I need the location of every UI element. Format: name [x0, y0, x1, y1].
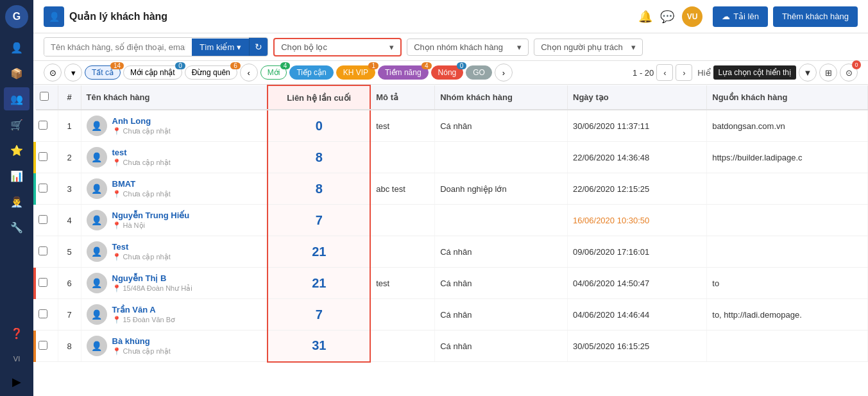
tab-tat-ca[interactable]: Tất cả 14: [85, 65, 121, 80]
tab-tiem-nang[interactable]: Tiềm năng 4: [378, 65, 429, 80]
toolbar: Tìm kiếm ▾ ↻ Chọn bộ lọc ▾ Chọn nhóm khá…: [33, 33, 868, 61]
tab-dropdown-icon[interactable]: ▾: [64, 64, 82, 82]
sidebar-item-chart[interactable]: 📊: [4, 164, 30, 187]
search-input[interactable]: [44, 39, 192, 56]
row-source: batdongsan.com.vn: [707, 110, 868, 142]
tab-settings-icon[interactable]: ⊙: [44, 64, 62, 82]
select-all-checkbox[interactable]: [40, 92, 49, 101]
customer-name[interactable]: Test: [112, 242, 171, 252]
add-customer-button[interactable]: Thêm khách hàng: [773, 6, 858, 27]
row-checkbox-cell: [35, 205, 58, 236]
row-checkbox[interactable]: [38, 152, 47, 161]
customer-name[interactable]: Anh Long: [112, 116, 171, 126]
row-source: [707, 173, 868, 205]
row-checkbox-cell: [35, 268, 58, 299]
row-stt: 6: [58, 268, 81, 299]
search-group: Tìm kiếm ▾ ↻: [44, 37, 268, 56]
person-select[interactable]: Chọn người phụ trách ▾: [534, 39, 643, 56]
sidebar-item-settings[interactable]: 🔧: [4, 216, 30, 239]
row-description: [370, 331, 434, 362]
row-group: Cá nhân: [435, 299, 568, 331]
refresh-button[interactable]: ↻: [249, 38, 268, 56]
sidebar-item-contacts[interactable]: 👥: [4, 87, 30, 110]
customer-name[interactable]: Nguyễn Thị B: [112, 273, 192, 283]
row-date: 04/06/2020 14:46:44: [568, 299, 707, 331]
row-date: 30/05/2020 16:15:25: [568, 331, 707, 362]
customer-avatar: 👤: [87, 304, 107, 325]
tab-kh-vip[interactable]: KH VIP 1: [336, 65, 375, 80]
col-mota: Mô tả: [370, 85, 434, 110]
row-checkbox[interactable]: [38, 309, 47, 318]
table-row: 6 👤 Nguyễn Thị B 📍 15/48A Đoàn Như Hải 2…: [35, 268, 868, 299]
customer-avatar: 👤: [87, 273, 107, 293]
row-name-cell: 👤 Anh Long 📍 Chưa cập nhật: [81, 110, 268, 142]
sidebar-item-users[interactable]: 👤: [4, 36, 30, 59]
group-select[interactable]: Chọn nhóm khách hàng ▾: [407, 39, 529, 56]
row-checkbox[interactable]: [38, 121, 47, 130]
customer-name[interactable]: Trần Văn A: [112, 305, 176, 314]
row-name-cell: 👤 Nguyễn Trung Hiếu 📍 Hà Nội: [81, 205, 268, 236]
row-checkbox[interactable]: [38, 215, 47, 224]
row-checkbox-cell: [35, 142, 58, 173]
row-source: to: [707, 268, 868, 299]
row-group: Cá nhân: [435, 236, 568, 268]
person-dropdown-icon: ▾: [631, 42, 636, 52]
grid-icon[interactable]: ⊞: [819, 64, 837, 82]
row-checkbox-cell: [35, 299, 58, 331]
row-checkbox[interactable]: [38, 246, 47, 255]
dropdown-icon: ▾: [237, 42, 241, 52]
col-stt: #: [58, 85, 81, 110]
page-icon: 👤: [44, 6, 64, 27]
row-source: https://builder.ladipage.c: [707, 142, 868, 173]
tab-nong[interactable]: Nóng 0: [431, 65, 464, 80]
sidebar-item-help[interactable]: ❓: [4, 322, 30, 345]
tab-moi[interactable]: Mới 4: [260, 65, 287, 80]
table-row: 7 👤 Trần Văn A 📍 15 Đoàn Văn Bơ 7 Cá nhâ…: [35, 299, 868, 331]
group-label: Chọn nhóm khách hàng: [414, 42, 503, 52]
chat-icon[interactable]: 💬: [660, 10, 674, 24]
row-checkbox-cell: [35, 173, 58, 205]
tab-prev-icon[interactable]: ‹: [240, 64, 258, 82]
app-logo[interactable]: G: [5, 5, 28, 28]
row-date: 22/06/2020 14:36:48: [568, 142, 707, 173]
customer-name[interactable]: Bà khùng: [112, 336, 171, 346]
upload-button[interactable]: ☁ Tải lên: [713, 6, 768, 27]
row-checkbox-cell: [35, 331, 58, 362]
table-row: 1 👤 Anh Long 📍 Chưa cập nhật 0 test Cá n…: [35, 110, 868, 142]
sidebar-item-admin[interactable]: 👨‍💼: [4, 190, 30, 213]
page-prev-button[interactable]: ‹: [656, 64, 673, 81]
row-date: 09/06/2020 17:16:01: [568, 236, 707, 268]
customer-name[interactable]: Nguyễn Trung Hiếu: [112, 211, 190, 220]
customer-name[interactable]: test: [112, 148, 171, 157]
page-next-button[interactable]: ›: [676, 64, 692, 81]
customer-name[interactable]: BMAT: [112, 179, 171, 189]
row-checkbox[interactable]: [38, 184, 47, 193]
sidebar-item-star[interactable]: ⭐: [4, 139, 30, 162]
row-checkbox[interactable]: [38, 341, 47, 350]
location-icon: 📍: [112, 190, 121, 198]
tabs-row: ⊙ ▾ Tất cả 14 Mới cập nhật 0 Đừng quên 6…: [33, 61, 868, 85]
customer-location: 📍 Chưa cập nhật: [112, 347, 171, 356]
sidebar-item-orders[interactable]: 🛒: [4, 113, 30, 136]
row-date: 30/06/2020 11:37:11: [568, 110, 707, 142]
search-button[interactable]: Tìm kiếm ▾: [192, 39, 249, 56]
filter-icon[interactable]: ▼: [799, 64, 817, 82]
tab-moi-cap-nhat[interactable]: Mới cập nhật 0: [123, 65, 182, 80]
sidebar-item-box[interactable]: 📦: [4, 62, 30, 85]
filter-select[interactable]: Chọn bộ lọc ▾: [273, 38, 402, 56]
customer-table-container[interactable]: # Tên khách hàng Liên hệ lần cuối Mô tả …: [33, 85, 868, 396]
pagination-text: 1 - 20: [633, 68, 654, 78]
tab-dung-quen[interactable]: Đừng quên 6: [185, 65, 237, 80]
bell-icon[interactable]: 🔔: [638, 10, 652, 24]
tab-go[interactable]: GO: [466, 65, 492, 80]
row-checkbox[interactable]: [38, 278, 47, 287]
customer-avatar: 👤: [87, 241, 107, 262]
tab-next-icon[interactable]: ›: [495, 64, 513, 82]
page-title: Quản lý khách hàng: [69, 10, 167, 22]
config-icon[interactable]: ⊙ 0: [840, 64, 858, 82]
tab-tiep-can[interactable]: Tiếp cận: [289, 65, 333, 80]
avatar[interactable]: VU: [682, 6, 702, 27]
sidebar-item-language[interactable]: VI: [4, 347, 30, 370]
table-row: 3 👤 BMAT 📍 Chưa cập nhật 8 abc test Doan…: [35, 173, 868, 205]
table-row: 8 👤 Bà khùng 📍 Chưa cập nhật 31 Cá nhân …: [35, 331, 868, 362]
